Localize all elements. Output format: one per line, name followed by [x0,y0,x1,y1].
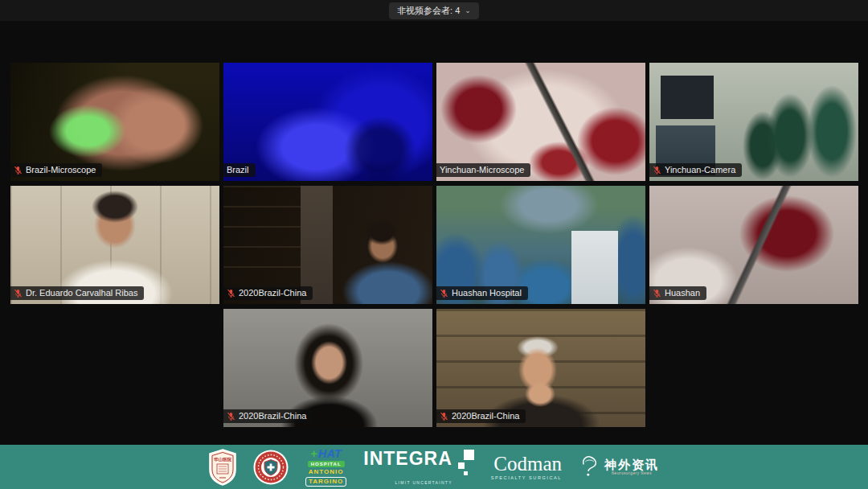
participant-label: Brazil [223,163,256,177]
participant-label: Brazil-Microscope [10,163,102,177]
muted-mic-icon [227,412,235,421]
muted-mic-icon [227,289,235,298]
chevron-down-icon: ⌄ [465,6,471,14]
top-bar: 非视频参会者: 4 ⌄ [0,0,868,21]
participant-name: 2020Brazil-China [239,289,306,298]
participant-name: 2020Brazil-China [452,412,519,421]
svg-text:华山医院: 华山医院 [213,457,232,462]
video-tile-eduardo-ribas[interactable]: Dr. Eduardo Carvalhal Ribas [10,186,219,304]
participant-name: Yinchuan-Camera [665,166,735,175]
hat-hospital-antonio-targino-logo: + HAT HOSPITAL ANTONIO TARGINO [305,447,346,487]
video-tile-huashan-hospital[interactable]: Huashan Hospital [436,186,645,304]
video-tile-yinchuan-microscope[interactable]: Yinchuan-Microscope [436,63,645,181]
shenwai-neurosurgery-news-logo: 神外资讯 Neurosurgery News [579,454,659,481]
muted-mic-icon [653,166,661,175]
participant-name: Yinchuan-Microscope [440,166,524,175]
video-tile-yinchuan-camera[interactable]: Yinchuan-Camera [649,63,858,181]
participant-label: 2020Brazil-China [436,409,526,423]
participant-label: Dr. Eduardo Carvalhal Ribas [10,286,144,300]
integra-logo: INTEGRA LIMIT UNCERTAINTY [363,450,474,485]
participant-name: Huashan Hospital [452,289,522,298]
participant-name: Dr. Eduardo Carvalhal Ribas [26,289,137,298]
participant-label: 2020Brazil-China [223,409,313,423]
participant-name: Huashan [665,289,700,298]
video-tile-brazil-china-man[interactable]: 2020Brazil-China [223,186,432,304]
muted-mic-icon [440,412,448,421]
participant-name: 2020Brazil-China [239,412,306,421]
meeting-stage: 非视频参会者: 4 ⌄ Brazil-Microscope Brazil Yin… [0,0,868,489]
nonvideo-participants-label: 非视频参会者: 4 [397,5,460,17]
nonvideo-participants-button[interactable]: 非视频参会者: 4 ⌄ [389,2,479,19]
huashan-hospital-shield-logo: 华山医院 [209,449,236,486]
muted-mic-icon [653,289,661,298]
video-tile-brazil[interactable]: Brazil [223,63,432,181]
video-tile-huashan[interactable]: Huashan [649,186,858,304]
participant-label: 2020Brazil-China [223,286,313,300]
muted-mic-icon [14,166,23,175]
video-tile-brazil-china-woman[interactable]: 2020Brazil-China [223,309,432,427]
participant-label: Huashan Hospital [436,286,528,300]
participant-label: Yinchuan-Microscope [436,163,530,177]
sponsor-banner: 华山医院 + HAT HOSPITAL ANTONI [0,445,868,489]
video-grid: Brazil-Microscope Brazil Yinchuan-Micros… [10,63,858,427]
video-tile-brazil-microscope[interactable]: Brazil-Microscope [10,63,219,181]
participant-name: Brazil-Microscope [26,166,96,175]
participant-label: Huashan [649,286,706,300]
green-cross-icon: + [310,447,317,459]
hospital-round-emblem-logo [253,450,289,485]
integra-squares-icon [457,450,474,479]
codman-logo: Codman SPECIALTY SURGICAL [491,454,562,480]
video-tile-brazil-china-elder[interactable]: 2020Brazil-China [436,309,645,427]
brain-swirl-icon [579,454,601,481]
participant-label: Yinchuan-Camera [649,163,742,177]
muted-mic-icon [14,289,23,298]
participant-name: Brazil [227,166,249,175]
muted-mic-icon [440,289,448,298]
